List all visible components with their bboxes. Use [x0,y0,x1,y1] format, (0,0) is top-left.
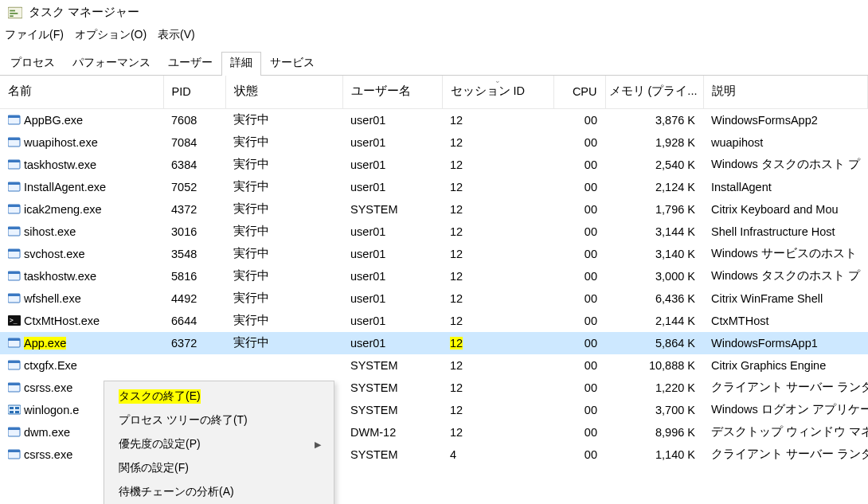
cell-cpu: 00 [553,287,605,310]
cell-cpu: 00 [553,399,605,421]
cell-cpu: 00 [553,443,605,466]
cell-cpu: 00 [553,332,605,354]
svg-rect-1 [10,10,15,11]
table-row[interactable]: svchost.exe3548実行中user0112003,140 KWindo… [0,243,868,265]
submenu-arrow-icon: ▶ [315,440,321,450]
process-icon [8,426,21,439]
process-icon [8,337,21,350]
col-header-memory[interactable]: メモリ (プライ... [605,76,703,109]
table-row[interactable]: >_CtxMtHost.exe6644実行中user0112002,144 KC… [0,310,868,332]
process-icon [8,404,21,416]
process-icon [8,248,21,260]
process-icon [8,181,21,193]
process-icon [8,114,21,127]
cell-status: 実行中 [225,332,342,354]
cell-name: icak2meng.exe [0,198,163,221]
cell-user: user01 [342,221,442,243]
col-header-user[interactable]: ユーザー名 [342,76,442,109]
menu-view[interactable]: 表示(V) [158,28,195,42]
menu-file[interactable]: ファイル(F) [5,28,64,42]
cell-desc: Citrix WinFrame Shell [703,287,868,310]
process-icon [8,270,21,283]
table-row[interactable]: ctxgfx.ExeSYSTEM120010,888 KCitrix Graph… [0,354,868,377]
table-header-row: 名前 PID 状態 ユーザー名 ⌄セッション ID CPU メモリ (プライ..… [0,76,868,109]
col-header-status[interactable]: 状態 [225,76,342,109]
svg-rect-11 [8,182,20,185]
cell-session: 12 [442,287,553,310]
cell-cpu: 00 [553,198,605,221]
menu-options[interactable]: オプション(O) [75,28,147,42]
cell-memory: 2,540 K [605,154,703,176]
cell-name: wfshell.exe [0,287,163,310]
svg-rect-2 [10,13,18,14]
cell-user: SYSTEM [342,399,442,421]
tab-users[interactable]: ユーザー [159,52,221,75]
svg-rect-25 [8,338,20,341]
process-icon: >_ [8,315,21,327]
cm-priority[interactable]: 優先度の設定(P)▶ [106,432,332,456]
cell-desc: クライアント サーバー ランタイム [703,443,868,466]
cell-status: 実行中 [225,310,342,332]
cell-desc: WindowsFormsApp2 [703,109,868,131]
cell-name: ctxgfx.Exe [0,354,163,377]
col-header-session[interactable]: ⌄セッション ID [442,76,553,109]
cell-desc: Citrix Graphics Engine [703,354,868,377]
cell-status: 実行中 [225,287,342,310]
cell-memory: 5,864 K [605,332,703,354]
cell-user: SYSTEM [342,377,442,399]
table-row[interactable]: wuapihost.exe7084実行中user0112001,928 Kwua… [0,131,868,154]
table-row[interactable]: icak2meng.exe4372実行中SYSTEM12001,796 KCit… [0,198,868,221]
cell-cpu: 00 [553,377,605,399]
cell-session: 12 [442,198,553,221]
tab-details[interactable]: 詳細 [221,52,261,76]
cell-user: user01 [342,154,442,176]
cm-end-tree[interactable]: プロセス ツリーの終了(T) [106,408,332,432]
col-header-description[interactable]: 説明 [703,76,868,109]
cell-desc: デスクトップ ウィンドウ マネージ [703,421,868,443]
cell-session: 12 [442,243,553,265]
col-header-pid[interactable]: PID [163,76,225,109]
cell-memory: 3,144 K [605,221,703,243]
table-row[interactable]: taskhostw.exe5816実行中user0112003,000 KWin… [0,265,868,287]
cell-user: DWM-12 [342,421,442,443]
table-row[interactable]: wfshell.exe4492実行中user0112006,436 KCitri… [0,287,868,310]
cm-analyze[interactable]: 待機チェーンの分析(A) [106,480,332,504]
cell-user: user01 [342,265,442,287]
cell-memory: 1,140 K [605,443,703,466]
col-header-cpu[interactable]: CPU [553,76,605,109]
cell-cpu: 00 [553,131,605,154]
table-row[interactable]: sihost.exe3016実行中user0112003,144 KShell … [0,221,868,243]
cell-cpu: 00 [553,221,605,243]
cell-session: 12 [442,332,553,354]
cell-memory: 1,220 K [605,377,703,399]
cm-end-task[interactable]: タスクの終了(E) [106,385,332,408]
cell-desc: Windows ログオン アプリケー [703,399,868,421]
cell-desc: Windows タスクのホスト プ [703,154,868,176]
cell-status: 実行中 [225,198,342,221]
cell-memory: 3,000 K [605,265,703,287]
menu-bar: ファイル(F) オプション(O) 表示(V) [0,25,868,50]
cell-user: SYSTEM [342,198,442,221]
cm-affinity[interactable]: 関係の設定(F) [106,456,332,480]
svg-rect-36 [8,428,20,430]
cell-session: 12 [442,176,553,198]
svg-rect-27 [8,361,20,363]
table-row[interactable]: InstallAgent.exe7052実行中user0112002,124 K… [0,176,868,198]
table-row[interactable]: AppBG.exe7608実行中user0112003,876 KWindows… [0,109,868,131]
svg-rect-19 [8,272,20,274]
cell-status: 実行中 [225,243,342,265]
tab-performance[interactable]: パフォーマンス [64,52,159,75]
table-row[interactable]: App.exe6372実行中user0112005,864 KWindowsFo… [0,332,868,354]
tab-services[interactable]: サービス [261,52,323,75]
table-row[interactable]: taskhostw.exe6384実行中user0112002,540 KWin… [0,154,868,176]
cell-pid: 6644 [163,310,225,332]
window-title: タスク マネージャー [29,5,139,20]
cell-status: 実行中 [225,131,342,154]
col-header-name[interactable]: 名前 [0,76,163,109]
cell-desc: Shell Infrastructure Host [703,221,868,243]
cell-memory: 2,144 K [605,310,703,332]
cell-memory: 8,996 K [605,421,703,443]
cell-memory: 6,436 K [605,287,703,310]
cell-cpu: 00 [553,354,605,377]
tab-processes[interactable]: プロセス [2,52,64,75]
